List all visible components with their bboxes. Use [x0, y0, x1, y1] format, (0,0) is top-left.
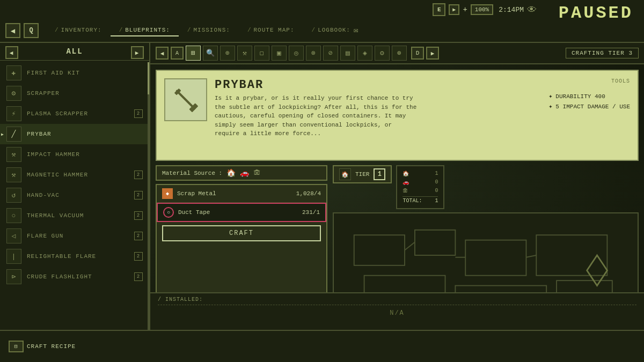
- item-detail-card: PRYBAR TOOLS Is it a prybar, or is it re…: [156, 70, 639, 161]
- nav-blueprints[interactable]: /BLUEPRINTS:: [111, 25, 179, 36]
- item-title: PRYBAR: [215, 78, 630, 92]
- sidebar-item-first-aid-kit[interactable]: ✚ FIRST AID KIT: [0, 63, 149, 83]
- item-category: TOOLS: [611, 78, 630, 84]
- nav-back-button[interactable]: ◀: [5, 23, 20, 38]
- prybar-svg: [163, 77, 209, 123]
- nav-missions[interactable]: /MISSIONS:: [179, 25, 239, 36]
- material-row-duct-tape[interactable]: ○ Duct Tape 231/1: [157, 203, 326, 222]
- scroll-track: [148, 62, 149, 330]
- item-stats: ✦ DURABILITY 400 ✦ 5 IMPACT DAMAGE / USE: [548, 92, 630, 110]
- source-home-icon[interactable]: 🏠: [226, 168, 236, 178]
- cat-nav-right[interactable]: ▶: [426, 47, 439, 60]
- resource-counts: 🏠 1 🚗 0 🏚 0 TOTAL: 1: [396, 165, 444, 209]
- cat-nav-d[interactable]: D: [411, 47, 424, 60]
- scrap-metal-icon: ◆: [162, 188, 173, 199]
- material-row-scrap[interactable]: ◆ Scrap Metal 1,028/4: [157, 185, 326, 203]
- cat-module[interactable]: ⊗: [306, 46, 321, 61]
- svg-rect-3: [354, 235, 405, 265]
- top-right-controls: E ▶ + 100% 2:14PM 👁: [433, 3, 537, 16]
- installed-divider: [158, 305, 636, 305]
- cat-armor[interactable]: ⊘: [323, 46, 338, 61]
- source-car-icon[interactable]: 🚗: [240, 168, 249, 178]
- prybar-icon: ╱: [6, 127, 21, 142]
- resource-total: TOTAL: 1: [402, 196, 438, 205]
- resource-row-home: 🏠 1: [402, 169, 438, 178]
- thermal-vacuum-icon: ○: [6, 208, 21, 223]
- sidebar-item-magnetic-hammer[interactable]: ⚒ MAGNETIC HAMMER 2: [0, 165, 149, 185]
- sidebar-item-scrapper[interactable]: ⚙ SCRAPPER: [0, 83, 149, 104]
- sidebar-item-plasma-scrapper[interactable]: ⚡ PLASMA SCRAPPER 2: [0, 104, 149, 124]
- source-ruin-icon[interactable]: 🏚: [253, 169, 261, 178]
- sidebar-item-hand-vac[interactable]: ↺ HAND-VAC 2: [0, 185, 149, 205]
- tier-building-icon: 🏠: [339, 168, 351, 180]
- play-button[interactable]: ▶: [449, 4, 459, 15]
- cat-nav-left[interactable]: ◀: [156, 47, 169, 60]
- duct-tape-name: Duct Tape: [178, 209, 298, 216]
- tier-bar: 🏠 TIER 1: [333, 165, 392, 183]
- nav-logbook[interactable]: /LOGBOOK: ✉: [303, 24, 368, 38]
- damage-icon: ✦: [548, 102, 552, 110]
- cat-scan[interactable]: ⊕: [220, 46, 235, 61]
- stat-durability: ✦ DURABILITY 400: [548, 92, 630, 100]
- nav-routemap[interactable]: /ROUTE MAP:: [239, 25, 303, 36]
- craft-recipe-button[interactable]: ⊟ CRAFT RECIPE: [9, 341, 76, 352]
- tier-number: 1: [374, 168, 385, 180]
- craft-button[interactable]: CRAFT: [162, 225, 321, 241]
- top-bar: PAUSED E ▶ + 100% 2:14PM 👁 ◀ Q /INVENTOR…: [0, 0, 644, 43]
- cat-craft[interactable]: ⚙: [375, 46, 390, 61]
- nav-inventory[interactable]: /INVENTORY:: [46, 25, 111, 36]
- flare-gun-badge: 2: [134, 232, 143, 240]
- scrap-metal-name: Scrap Metal: [177, 190, 292, 197]
- nav-bar: ◀ Q /INVENTORY: /BLUEPRINTS: /MISSIONS: …: [0, 23, 644, 38]
- cat-settings[interactable]: ⊛: [392, 46, 407, 61]
- paused-title: PAUSED: [559, 3, 633, 23]
- item-info: PRYBAR TOOLS Is it a prybar, or is it re…: [215, 78, 630, 152]
- svg-rect-4: [415, 230, 455, 255]
- cat-search[interactable]: 🔍: [203, 46, 218, 61]
- e-button[interactable]: E: [433, 3, 445, 16]
- relightable-flare-badge: 2: [134, 252, 143, 261]
- main-content: PRYBAR TOOLS Is it a prybar, or is it re…: [150, 64, 644, 330]
- durability-icon: ✦: [548, 92, 552, 100]
- sidebar-item-relightable-flare[interactable]: | RELIGHTABLE FLARE 2: [0, 246, 149, 267]
- relightable-flare-icon: |: [6, 249, 21, 264]
- sidebar-item-crude-flashlight[interactable]: ⊳ CRUDE FLASHLIGHT 2: [0, 267, 149, 287]
- sidebar-item-thermal-vacuum[interactable]: ○ THERMAL VACUUM 2: [0, 205, 149, 226]
- thermal-vacuum-badge: 2: [134, 211, 143, 220]
- nav-q-button[interactable]: Q: [24, 23, 39, 38]
- crude-flashlight-icon: ⊳: [6, 269, 21, 284]
- cat-tool[interactable]: ⚒: [237, 46, 252, 61]
- plasma-scrapper-badge: 2: [134, 109, 143, 118]
- health-icon: +: [463, 5, 467, 14]
- cat-power[interactable]: ◎: [289, 46, 304, 61]
- resource-home-icon: 🏠: [402, 171, 409, 177]
- duct-tape-count: 231/1: [302, 209, 320, 216]
- item-image: [164, 78, 207, 121]
- category-bar: ◀ A ⊞ 🔍 ⊕ ⚒ ◻ ▣ ◎ ⊗ ⊘ ▤ ◈ ⚙ ⊛ D ▶ CRAFTI…: [150, 43, 644, 64]
- cat-storage[interactable]: ▣: [272, 46, 287, 61]
- sidebar-list: ✚ FIRST AID KIT ⚙ SCRAPPER ⚡ PLASMA SCRA…: [0, 61, 149, 289]
- installed-header: / INSTALLED:: [158, 297, 636, 302]
- scrap-metal-count: 1,028/4: [296, 190, 321, 197]
- cat-all[interactable]: ⊞: [186, 46, 201, 61]
- scroll-thumb[interactable]: [148, 62, 149, 94]
- sidebar-next[interactable]: ▶: [131, 46, 144, 59]
- svg-line-15: [405, 242, 415, 250]
- svg-rect-5: [465, 240, 526, 276]
- magnetic-hammer-icon: ⚒: [6, 167, 21, 182]
- resource-car-icon: 🚗: [402, 179, 409, 186]
- sidebar-prev[interactable]: ◀: [5, 46, 18, 59]
- cat-weapon[interactable]: ◻: [254, 46, 269, 61]
- installed-content: N/A: [158, 309, 636, 317]
- sidebar-item-prybar[interactable]: ╱ PRYBAR: [0, 124, 149, 144]
- cat-nav-a[interactable]: A: [171, 47, 184, 60]
- cat-upgrade[interactable]: ◈: [357, 46, 372, 61]
- magnetic-hammer-badge: 2: [134, 171, 143, 179]
- cat-misc[interactable]: ▤: [340, 46, 355, 61]
- sidebar-item-flare-gun[interactable]: ◁ FLARE GUN 2: [0, 226, 149, 246]
- crude-flashlight-badge: 2: [134, 272, 143, 281]
- flare-gun-icon: ◁: [6, 228, 21, 243]
- sidebar-item-impact-hammer[interactable]: ⚒ IMPACT HAMMER: [0, 144, 149, 165]
- plasma-scrapper-icon: ⚡: [6, 106, 21, 121]
- sidebar-header: ◀ ALL ▶: [0, 43, 149, 61]
